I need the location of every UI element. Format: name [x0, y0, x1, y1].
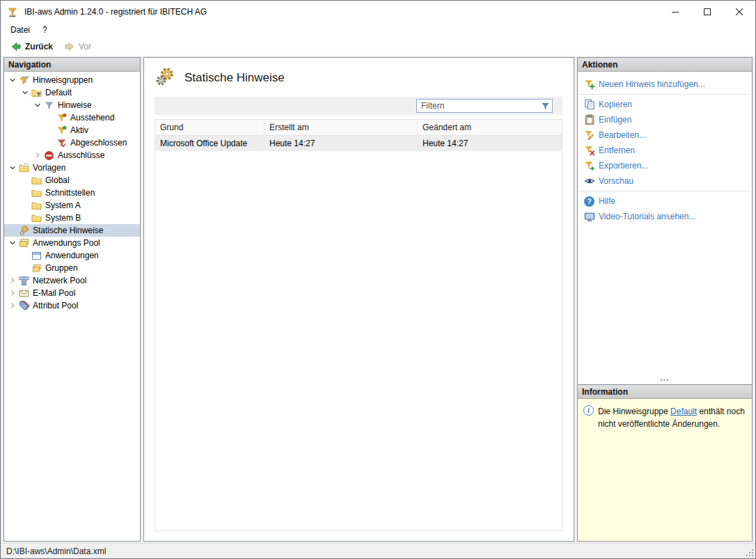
action-help[interactable]: ? Hilfe	[578, 194, 752, 209]
notice-pending-icon	[56, 112, 68, 123]
application-window-icon	[31, 250, 42, 261]
table-empty-area	[155, 151, 562, 530]
tree-item-hinweisgruppen[interactable]: Hinweisgruppen	[4, 74, 140, 86]
tree-item-label: Schnittstellen	[42, 188, 97, 198]
menu-help[interactable]: ?	[36, 22, 54, 38]
chevron-down-icon[interactable]	[31, 100, 43, 111]
tree-item-attribut-pool[interactable]: Attribut Pool	[4, 299, 140, 312]
expander-spacer	[19, 212, 31, 223]
action-copy[interactable]: Kopieren	[578, 97, 752, 112]
chevron-right-icon[interactable]	[31, 150, 43, 161]
tree-item-label: Anwendungen	[42, 251, 102, 260]
chevron-right-icon[interactable]	[6, 288, 18, 299]
remove-icon	[583, 145, 595, 157]
groups-icon	[31, 262, 42, 274]
tree-item-abgeschlossen[interactable]: Abgeschlossen	[4, 136, 140, 149]
maximize-button[interactable]	[691, 1, 723, 22]
tree-item-label: Gruppen	[42, 263, 81, 273]
separator	[580, 191, 750, 191]
tree-item-system-b[interactable]: System B	[4, 212, 140, 224]
action-preview[interactable]: Vorschau	[578, 173, 752, 189]
separator	[580, 94, 750, 95]
folder-icon	[31, 187, 42, 198]
action-edit[interactable]: Bearbeiten...	[578, 127, 752, 143]
export-icon	[583, 160, 595, 172]
right-column: Aktionen Neuen Hinweis hinzufügen... Kop…	[577, 57, 753, 542]
app-icon	[7, 6, 19, 17]
action-label: Einfügen	[599, 115, 631, 125]
menubar: Datei ?	[1, 22, 755, 38]
column-header-geaendert-am[interactable]: Geändert am	[418, 120, 562, 135]
column-header-grund[interactable]: Grund	[155, 120, 265, 135]
tree-item-email-pool[interactable]: E-Mail Pool	[4, 287, 140, 299]
copy-icon	[583, 99, 595, 111]
notice-groups-icon	[18, 74, 30, 86]
toolbar: Zurück Vor	[1, 38, 755, 56]
expander-spacer	[44, 112, 56, 123]
forward-arrow-icon	[64, 41, 75, 52]
attributes-icon	[18, 300, 30, 311]
actions-overflow[interactable]: ...	[578, 375, 752, 384]
expander-spacer	[19, 250, 31, 261]
tree-item-ausschluesse[interactable]: Ausschlüsse	[4, 149, 140, 162]
cell-erstellt-am: Heute 14:27	[265, 136, 418, 151]
action-remove[interactable]: Entfernen	[578, 143, 752, 158]
tree-item-label: System B	[42, 213, 84, 223]
tree-item-default[interactable]: Default	[4, 86, 140, 99]
chevron-down-icon[interactable]	[6, 237, 18, 249]
tree-item-hinweise[interactable]: Hinweise	[4, 99, 140, 111]
tree-item-label: Statische Hinweise	[30, 226, 106, 235]
resize-grip-icon[interactable]	[745, 548, 755, 558]
tree-item-ausstehend[interactable]: Ausstehend	[4, 111, 140, 124]
titlebar: IBI-aws Admin 1.24.0 - registriert für I…	[1, 1, 755, 22]
action-export[interactable]: Exportieren...	[578, 158, 752, 173]
info-message: Die Hinweisgruppe Default enthält noch n…	[598, 405, 746, 430]
preview-eye-icon	[583, 175, 595, 187]
navigation-tree: Hinweisgruppen Default Hinweise Ausstehe…	[4, 72, 140, 541]
action-paste[interactable]: Einfügen	[578, 112, 752, 127]
back-button[interactable]: Zurück	[6, 40, 58, 54]
expander-spacer	[44, 125, 56, 136]
workspace: Navigation Hinweisgruppen Default Hinwei…	[1, 56, 755, 543]
action-label: Video-Tutorials ansehen...	[599, 212, 695, 221]
tree-item-anwendungs-pool[interactable]: Anwendungs Pool	[4, 237, 140, 249]
information-body: i Die Hinweisgruppe Default enthält noch…	[578, 399, 752, 541]
filter-bar	[155, 97, 562, 115]
data-file-path: D:\IBI-aws\Admin\Data.xml	[6, 546, 106, 556]
notice-active-icon	[56, 125, 68, 136]
tree-item-gruppen[interactable]: Gruppen	[4, 262, 140, 274]
tree-item-schnittstellen[interactable]: Schnittstellen	[4, 187, 140, 199]
chevron-down-icon[interactable]	[6, 162, 18, 173]
menu-datei[interactable]: Datei	[4, 22, 36, 38]
default-group-link[interactable]: Default	[670, 407, 697, 416]
chevron-right-icon[interactable]	[6, 300, 18, 311]
email-icon	[18, 288, 30, 299]
action-label: Hilfe	[599, 196, 615, 206]
tree-item-system-a[interactable]: System A	[4, 199, 140, 212]
video-icon	[583, 211, 595, 223]
chevron-right-icon[interactable]	[6, 275, 18, 286]
action-label: Vorschau	[599, 176, 633, 186]
tree-item-vorlagen[interactable]: Vorlagen	[4, 162, 140, 174]
table-header: Grund Erstellt am Geändert am	[155, 120, 562, 136]
filter-input[interactable]	[417, 101, 538, 111]
forward-button[interactable]: Vor	[59, 40, 96, 54]
tree-item-netzwerk-pool[interactable]: Netzwerk Pool	[4, 274, 140, 287]
action-video-tutorials[interactable]: Video-Tutorials ansehen...	[578, 209, 752, 224]
action-add-notice[interactable]: Neuen Hinweis hinzufügen...	[578, 77, 752, 92]
tree-item-label: Anwendungs Pool	[30, 238, 103, 248]
tree-item-anwendungen[interactable]: Anwendungen	[4, 249, 140, 262]
close-button[interactable]	[723, 1, 755, 22]
chevron-down-icon[interactable]	[19, 87, 31, 98]
static-notices-gear-icon	[155, 66, 175, 89]
minimize-button[interactable]	[659, 1, 691, 22]
action-label: Exportieren...	[599, 161, 648, 171]
tree-item-statische-hinweise[interactable]: Statische Hinweise	[4, 224, 140, 237]
back-label: Zurück	[25, 42, 53, 52]
tree-item-aktiv[interactable]: Aktiv	[4, 124, 140, 136]
column-header-erstellt-am[interactable]: Erstellt am	[265, 120, 418, 135]
tree-item-global[interactable]: Global	[4, 174, 140, 187]
table-row[interactable]: Microsoft Office Update Heute 14:27 Heut…	[155, 136, 562, 151]
chevron-down-icon[interactable]	[6, 74, 18, 86]
filter-funnel-icon[interactable]	[538, 102, 552, 111]
